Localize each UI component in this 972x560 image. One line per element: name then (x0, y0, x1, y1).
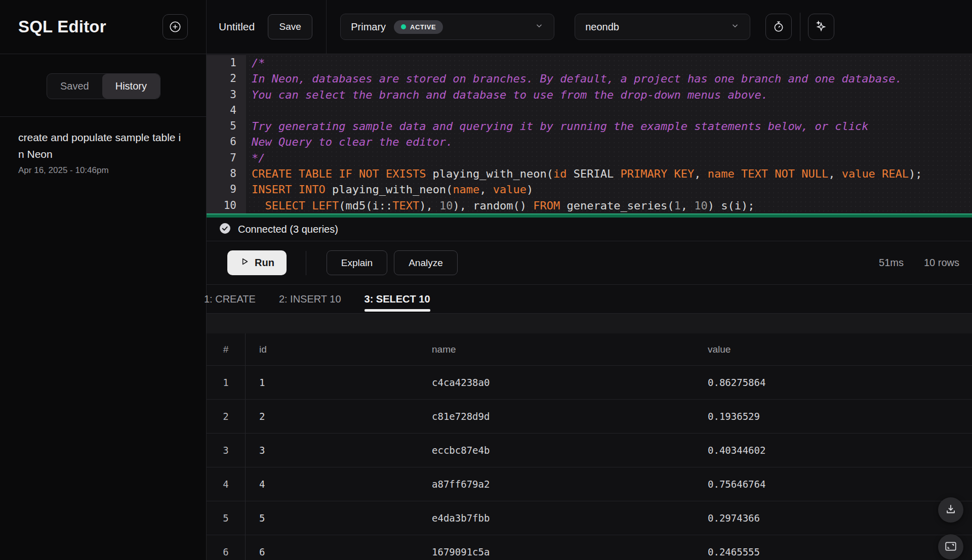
code-token: value (493, 183, 526, 196)
analyze-button[interactable]: Analyze (394, 250, 458, 275)
row-index-cell: 2 (207, 400, 246, 433)
sql-code-editor[interactable]: 1 /* 2 In Neon, databases are stored on … (207, 54, 972, 218)
run-button[interactable]: Run (227, 250, 287, 275)
code-line: 10 SELECT LEFT(md5(i::TEXT), 10), random… (207, 198, 972, 213)
expand-results-button[interactable] (938, 534, 963, 559)
new-query-button[interactable] (163, 14, 188, 39)
name-cell: c4ca4238a0 (418, 366, 694, 399)
run-button-label: Run (255, 257, 274, 269)
sql-editor-app: SQL Editor Saved History (0, 0, 972, 560)
code-line: 9 INSERT INTO playing_with_neon(name, va… (207, 182, 972, 197)
plus-circle-icon (169, 20, 182, 33)
code-line: 6 New Query to clear the editor. (207, 134, 972, 150)
database-select-value: neondb (585, 21, 619, 33)
code-token: (md5(i:: (339, 199, 392, 212)
code-token: 10 (694, 199, 708, 212)
line-number: 9 (207, 182, 246, 197)
code-text: SELECT LEFT(md5(i::TEXT), 10), random() … (246, 198, 754, 213)
table-row[interactable]: 1 1 c4ca4238a0 0.86275864 (207, 365, 972, 399)
result-tab[interactable]: 1: CREATE (204, 285, 256, 313)
column-header-value: value (694, 333, 972, 365)
result-tab[interactable]: 2: INSERT 10 (279, 285, 341, 313)
code-token: playing_with_neon( (426, 167, 553, 180)
actions-divider (306, 251, 306, 275)
table-row[interactable]: 4 4 a87ff679a2 0.75646764 (207, 467, 972, 501)
code-token: , (681, 199, 695, 212)
code-token: value REAL (842, 167, 909, 180)
table-row[interactable]: 3 3 eccbc87e4b 0.40344602 (207, 433, 972, 467)
topbar-divider (326, 0, 327, 54)
id-cell: 1 (246, 366, 418, 399)
sidebar-tab[interactable]: History (102, 74, 160, 99)
branch-select-value: Primary (351, 21, 386, 33)
code-token: SERIAL (567, 167, 621, 180)
code-token: PRIMARY KEY (621, 167, 695, 180)
sidebar: SQL Editor Saved History (0, 0, 207, 560)
code-token: TEXT (392, 199, 419, 212)
code-line: 4 (207, 103, 972, 118)
history-list: create and populate sample table in Neon… (0, 117, 206, 188)
sidebar-tab-label: History (115, 80, 147, 92)
code-text: */ (246, 150, 265, 166)
download-results-button[interactable] (938, 497, 963, 523)
code-token: In Neon, databases are stored on branche… (252, 72, 902, 85)
branch-select[interactable]: Primary ACTIVE (340, 14, 554, 40)
table-row[interactable]: 2 2 c81e728d9d 0.1936529 (207, 399, 972, 433)
value-cell: 0.1936529 (694, 400, 972, 433)
sidebar-tabs: Saved History (0, 54, 206, 117)
history-item[interactable]: create and populate sample table in Neon… (18, 123, 188, 182)
branch-status-badge: ACTIVE (394, 20, 443, 34)
result-tab[interactable]: 3: SELECT 10 (364, 285, 430, 313)
actions-bar: Run Explain Analyze 51ms 10 rows (207, 241, 972, 285)
code-token: New Query to clear the editor. (252, 136, 453, 148)
connection-status-text: Connected (3 queries) (238, 224, 338, 235)
id-cell: 2 (246, 400, 418, 433)
row-index-cell: 3 (207, 434, 246, 467)
value-cell: 0.75646764 (694, 467, 972, 501)
run-stats: 51ms 10 rows (879, 257, 959, 269)
code-token: name TEXT NOT NULL (708, 167, 828, 180)
ai-assist-button[interactable] (808, 14, 834, 40)
chevron-down-icon (535, 21, 544, 32)
code-text: You can select the branch and database t… (246, 87, 768, 103)
sidebar-tab-label: Saved (60, 80, 89, 92)
code-token: name (453, 183, 479, 196)
code-line: 3 You can select the branch and database… (207, 87, 972, 103)
saved-history-segmented: Saved History (47, 73, 160, 99)
code-token: SELECT LEFT (265, 199, 339, 212)
code-token: CREATE TABLE IF NOT EXISTS (252, 167, 426, 180)
editor-topbar: Untitled Save Primary ACTIVE neondb (207, 0, 972, 54)
table-row[interactable]: 6 6 1679091c5a 0.2465555 (207, 535, 972, 560)
code-token: ); (909, 167, 922, 180)
sidebar-tab[interactable]: Saved (47, 74, 102, 99)
result-tab-label: 2: INSERT 10 (279, 293, 341, 305)
id-cell: 4 (246, 467, 418, 501)
database-select[interactable]: neondb (575, 14, 750, 40)
line-number: 2 (207, 71, 246, 87)
name-cell: 1679091c5a (418, 535, 694, 560)
save-button[interactable]: Save (268, 14, 312, 39)
query-history-timer-button[interactable] (765, 14, 792, 40)
connection-status-bar: Connected (3 queries) (207, 218, 972, 241)
column-header-index: # (207, 333, 246, 365)
code-lines: 1 /* 2 In Neon, databases are stored on … (207, 54, 972, 213)
result-row-count: 10 rows (924, 257, 959, 269)
query-duration: 51ms (879, 257, 904, 269)
code-line: 5 Try generating sample data and queryin… (207, 118, 972, 134)
results-table: # id name value 1 1 c4ca4238a0 0.8627586… (207, 333, 972, 560)
code-token: id (553, 167, 567, 180)
query-title: Untitled (219, 21, 255, 33)
table-row[interactable]: 5 5 e4da3b7fbb 0.2974366 (207, 501, 972, 535)
code-token: 10 (439, 199, 453, 212)
code-token: generate_series( (560, 199, 674, 212)
explain-button[interactable]: Explain (327, 250, 387, 275)
id-cell: 3 (246, 434, 418, 467)
line-number: 7 (207, 150, 246, 166)
code-text: New Query to clear the editor. (246, 134, 453, 150)
code-token: */ (252, 152, 265, 164)
topbar-divider (800, 13, 800, 41)
stopwatch-icon (772, 20, 785, 34)
line-number: 8 (207, 166, 246, 182)
line-number: 3 (207, 87, 246, 103)
name-cell: eccbc87e4b (418, 434, 694, 467)
